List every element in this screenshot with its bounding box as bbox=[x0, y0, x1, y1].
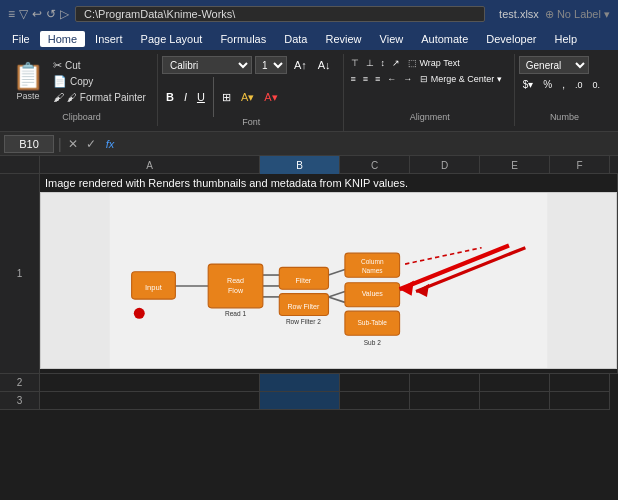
font-group-label: Font bbox=[160, 117, 343, 127]
comma-button[interactable]: , bbox=[558, 77, 569, 92]
clipboard-mini-buttons: ✂ Cut 📄 Copy 🖌 🖌 Format Painter bbox=[50, 56, 149, 108]
underline-button[interactable]: U bbox=[193, 89, 209, 105]
align-middle-button[interactable]: ⊥ bbox=[363, 56, 377, 70]
cell-c2[interactable] bbox=[340, 374, 410, 392]
cut-button[interactable]: ✂ Cut bbox=[50, 58, 149, 73]
italic-button[interactable]: I bbox=[180, 89, 191, 105]
indent-inc-button[interactable]: → bbox=[400, 72, 415, 86]
spreadsheet: A B C D E F 1 Image rendered with Render… bbox=[0, 156, 618, 410]
clipboard-buttons: 📋 Paste ✂ Cut 📄 Copy 🖌 🖌 Format Painter bbox=[8, 56, 149, 108]
border-button[interactable]: ⊞ bbox=[218, 89, 235, 106]
align-right-button[interactable]: ≡ bbox=[372, 72, 383, 86]
menu-automate[interactable]: Automate bbox=[413, 31, 476, 47]
copy-button[interactable]: 📄 Copy bbox=[50, 74, 149, 89]
number-format-select[interactable]: General bbox=[519, 56, 589, 74]
column-headers: A B C D E F bbox=[0, 156, 618, 174]
menu-data[interactable]: Data bbox=[276, 31, 315, 47]
menu-review[interactable]: Review bbox=[317, 31, 369, 47]
menu-developer[interactable]: Developer bbox=[478, 31, 544, 47]
run-icon[interactable]: ▷ bbox=[60, 7, 69, 21]
formula-bar-divider: | bbox=[58, 136, 62, 152]
merge-center-button[interactable]: ⊟ Merge & Center ▾ bbox=[416, 72, 506, 86]
cell-e2[interactable] bbox=[480, 374, 550, 392]
menu-view[interactable]: View bbox=[372, 31, 412, 47]
cut-icon: ✂ bbox=[53, 59, 62, 72]
font-family-select[interactable]: Calibri bbox=[162, 56, 252, 74]
menu-icon[interactable]: ≡ bbox=[8, 7, 15, 21]
cell-d2[interactable] bbox=[410, 374, 480, 392]
svg-text:Row Filter: Row Filter bbox=[287, 303, 320, 311]
number-group: General $▾ % , .0 0. Numbe bbox=[517, 54, 612, 126]
cell-f2[interactable] bbox=[550, 374, 610, 392]
align-center-button[interactable]: ≡ bbox=[360, 72, 371, 86]
decrease-font-button[interactable]: A↓ bbox=[314, 57, 335, 73]
cell-d3[interactable] bbox=[410, 392, 480, 410]
alignment-buttons: ⊤ ⊥ ↕ ↗ ⬚ Wrap Text ≡ ≡ ≡ ← → ⊟ Merge & … bbox=[348, 56, 506, 86]
align-top-button[interactable]: ⊤ bbox=[348, 56, 362, 70]
copy-label: Copy bbox=[70, 76, 93, 87]
dollar-button[interactable]: $▾ bbox=[519, 77, 538, 92]
increase-font-button[interactable]: A↑ bbox=[290, 57, 311, 73]
cell-c3[interactable] bbox=[340, 392, 410, 410]
col-header-d[interactable]: D bbox=[410, 156, 480, 174]
col-header-c[interactable]: C bbox=[340, 156, 410, 174]
col-header-e[interactable]: E bbox=[480, 156, 550, 174]
fill-color-button[interactable]: A▾ bbox=[237, 89, 258, 106]
title-label[interactable]: ⊕ No Label ▾ bbox=[545, 8, 610, 21]
align-left-button[interactable]: ≡ bbox=[348, 72, 359, 86]
menu-formulas[interactable]: Formulas bbox=[212, 31, 274, 47]
svg-text:Filter: Filter bbox=[295, 277, 311, 285]
formula-cancel-button[interactable]: ✕ bbox=[66, 137, 80, 151]
formula-input[interactable] bbox=[122, 138, 614, 150]
paste-button[interactable]: 📋 Paste bbox=[8, 56, 48, 108]
workflow-svg: Input Read Flow Read 1 Filter Filter 1 R… bbox=[41, 193, 616, 368]
fx-label[interactable]: fx bbox=[102, 138, 119, 150]
undo-icon[interactable]: ↩ bbox=[32, 7, 42, 21]
copy-icon: 📄 bbox=[53, 75, 67, 88]
redo-icon[interactable]: ↺ bbox=[46, 7, 56, 21]
svg-text:Names: Names bbox=[362, 267, 383, 274]
dec-decimal-button[interactable]: 0. bbox=[589, 78, 605, 92]
orient-button[interactable]: ↗ bbox=[389, 56, 403, 70]
cell-b3[interactable] bbox=[260, 392, 340, 410]
alignment-group-label: Alignment bbox=[346, 112, 514, 122]
cell-reference-input[interactable]: B10 bbox=[4, 135, 54, 153]
col-header-a[interactable]: A bbox=[40, 156, 260, 174]
cell-e3[interactable] bbox=[480, 392, 550, 410]
cell-a2[interactable] bbox=[40, 374, 260, 392]
cut-label: Cut bbox=[65, 60, 81, 71]
col-header-f[interactable]: F bbox=[550, 156, 610, 174]
bold-button[interactable]: B bbox=[162, 89, 178, 105]
cell-a1-content[interactable]: Image rendered with Renders thumbnails a… bbox=[40, 174, 618, 374]
col-header-b[interactable]: B bbox=[260, 156, 340, 174]
wrap-text-button[interactable]: ⬚ Wrap Text bbox=[404, 56, 464, 70]
menu-help[interactable]: Help bbox=[546, 31, 585, 47]
menu-home[interactable]: Home bbox=[40, 31, 85, 47]
menu-insert[interactable]: Insert bbox=[87, 31, 131, 47]
cell-a1-label: Image rendered with Renders thumbnails a… bbox=[40, 174, 617, 192]
svg-text:Values: Values bbox=[362, 290, 384, 298]
menu-page-layout[interactable]: Page Layout bbox=[133, 31, 211, 47]
inc-decimal-button[interactable]: .0 bbox=[571, 78, 587, 92]
menu-file[interactable]: File bbox=[4, 31, 38, 47]
font-color-button[interactable]: A▾ bbox=[260, 89, 281, 106]
align-row-1: ⊤ ⊥ ↕ ↗ ⬚ Wrap Text bbox=[348, 56, 506, 70]
formula-confirm-button[interactable]: ✓ bbox=[84, 137, 98, 151]
font-size-select[interactable]: 11 bbox=[255, 56, 287, 74]
separator bbox=[213, 77, 214, 117]
title-path[interactable]: C:\ProgramData\Knime-Works\ bbox=[75, 6, 485, 22]
percent-button[interactable]: % bbox=[539, 77, 556, 92]
filter-icon[interactable]: ▽ bbox=[19, 7, 28, 21]
title-bar-icons[interactable]: ≡ ▽ ↩ ↺ ▷ bbox=[8, 7, 69, 21]
cell-f3[interactable] bbox=[550, 392, 610, 410]
format-painter-button[interactable]: 🖌 🖌 Format Painter bbox=[50, 90, 149, 104]
cell-a3[interactable] bbox=[40, 392, 260, 410]
indent-dec-button[interactable]: ← bbox=[384, 72, 399, 86]
font-top-row: Calibri 11 A↑ A↓ bbox=[162, 56, 335, 74]
cell-b2[interactable] bbox=[260, 374, 340, 392]
align-bottom-button[interactable]: ↕ bbox=[378, 56, 389, 70]
menu-bar: File Home Insert Page Layout Formulas Da… bbox=[0, 28, 618, 50]
row-num-3: 3 bbox=[0, 392, 40, 410]
svg-text:Read 1: Read 1 bbox=[225, 310, 246, 317]
svg-point-32 bbox=[134, 308, 145, 319]
